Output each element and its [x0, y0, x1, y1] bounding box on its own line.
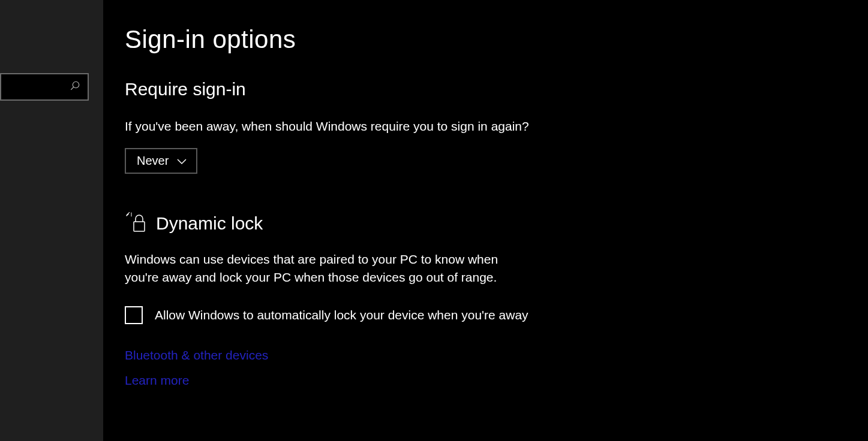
dynamic-lock-desc: Windows can use devices that are paired … — [125, 250, 509, 286]
dynamic-lock-icon — [125, 212, 148, 235]
search-input[interactable] — [0, 73, 89, 101]
dynamic-lock-checkbox-label: Allow Windows to automatically lock your… — [155, 308, 528, 322]
dynamic-lock-title: Dynamic lock — [156, 213, 263, 234]
dynamic-lock-checkbox[interactable] — [125, 306, 143, 324]
link-learn-more[interactable]: Learn more — [125, 373, 868, 388]
require-signin-desc: If you've been away, when should Windows… — [125, 117, 557, 135]
chevron-down-icon — [177, 154, 187, 168]
require-signin-select[interactable]: Never — [125, 148, 197, 174]
svg-line-1 — [71, 87, 74, 90]
require-signin-title: Require sign-in — [125, 79, 868, 99]
link-bluetooth-devices[interactable]: Bluetooth & other devices — [125, 348, 868, 363]
svg-rect-2 — [134, 222, 145, 231]
search-icon — [70, 80, 80, 93]
main-content: Sign-in options Require sign-in If you'v… — [103, 0, 868, 441]
sidebar — [0, 0, 103, 441]
page-title: Sign-in options — [125, 25, 868, 54]
svg-point-0 — [73, 81, 79, 88]
dynamic-lock-checkbox-row[interactable]: Allow Windows to automatically lock your… — [125, 306, 868, 324]
dynamic-lock-header: Dynamic lock — [125, 212, 868, 235]
require-signin-selected: Never — [137, 154, 169, 168]
